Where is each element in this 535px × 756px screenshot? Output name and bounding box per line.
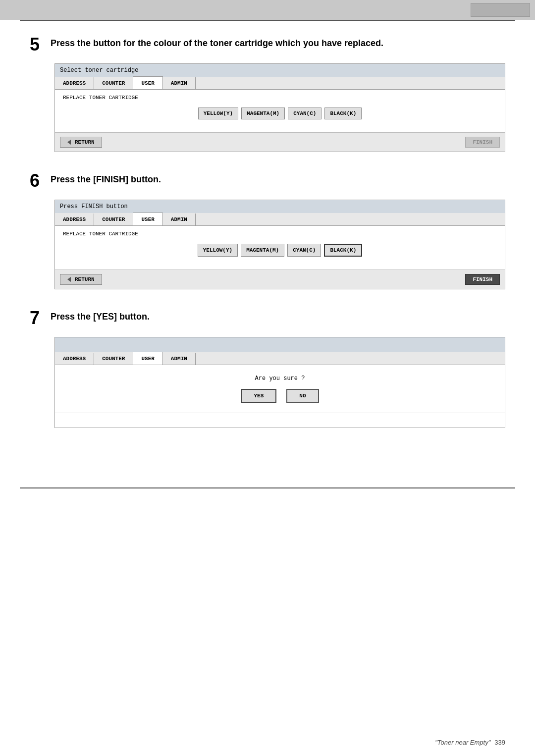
step-7-yes-btn[interactable]: YES bbox=[241, 389, 276, 403]
step-5-nav-counter[interactable]: COUNTER bbox=[94, 77, 133, 89]
step-5-yellow-btn[interactable]: YELLOW(Y) bbox=[198, 108, 238, 119]
step-6-return-btn[interactable]: RETURN bbox=[60, 274, 102, 285]
step-5-header: 5 Press the button for the colour of the… bbox=[30, 36, 505, 54]
step-6-nav-admin[interactable]: ADMIN bbox=[163, 214, 196, 225]
step-7-nav-counter[interactable]: COUNTER bbox=[94, 353, 133, 365]
step-5-subtitle: REPLACE TONER CARTRIDGE bbox=[63, 95, 497, 101]
step-5-return-btn[interactable]: RETURN bbox=[60, 137, 102, 148]
step-7-panel-top bbox=[55, 337, 505, 352]
step-7-no-btn[interactable]: NO bbox=[286, 389, 319, 403]
step-7-confirm-buttons: YES NO bbox=[63, 389, 497, 403]
step-5-return-chevron bbox=[67, 140, 71, 145]
step-6-magenta-btn[interactable]: MAGENTA(M) bbox=[241, 244, 284, 257]
step-5-nav-address[interactable]: ADDRESS bbox=[55, 77, 94, 89]
step-7-confirm-question: Are you sure ? bbox=[63, 375, 497, 382]
top-bar bbox=[0, 0, 535, 20]
page-footer: "Toner near Empty" 339 bbox=[435, 739, 505, 746]
step-5-section: 5 Press the button for the colour of the… bbox=[30, 36, 505, 152]
step-5-nav-user[interactable]: USER bbox=[133, 76, 162, 89]
step-5-panel-body: REPLACE TONER CARTRIDGE YELLOW(Y) MAGENT… bbox=[55, 90, 505, 132]
step-7-panel-nav: ADDRESS COUNTER USER ADMIN bbox=[55, 352, 505, 365]
step-6-number: 6 bbox=[30, 172, 45, 190]
step-7-text: Press the [YES] button. bbox=[51, 309, 150, 323]
step-7-nav-user[interactable]: USER bbox=[133, 352, 162, 365]
step-6-panel: Press FINISH button ADDRESS COUNTER USER… bbox=[54, 200, 505, 289]
step-6-yellow-btn[interactable]: YELLOW(Y) bbox=[198, 244, 238, 257]
step-7-number: 7 bbox=[30, 309, 45, 327]
step-7-panel-bottom bbox=[55, 413, 505, 428]
step-6-panel-body: REPLACE TONER CARTRIDGE YELLOW(Y) MAGENT… bbox=[55, 226, 505, 270]
step-6-return-chevron bbox=[67, 277, 71, 282]
step-5-return-label: RETURN bbox=[75, 139, 95, 145]
step-6-nav-address[interactable]: ADDRESS bbox=[55, 214, 94, 225]
step-7-nav-admin[interactable]: ADMIN bbox=[163, 353, 196, 365]
step-5-finish-btn[interactable]: FINISH bbox=[465, 137, 500, 148]
page-content: 5 Press the button for the colour of the… bbox=[0, 21, 535, 487]
step-6-header: 6 Press the [FINISH] button. bbox=[30, 172, 505, 190]
step-6-panel-nav: ADDRESS COUNTER USER ADMIN bbox=[55, 213, 505, 226]
step-5-panel: Select toner cartridge ADDRESS COUNTER U… bbox=[54, 63, 505, 152]
step-7-header: 7 Press the [YES] button. bbox=[30, 309, 505, 327]
step-5-panel-title: Select toner cartridge bbox=[55, 64, 505, 77]
step-6-return-label: RETURN bbox=[75, 276, 95, 282]
step-5-cyan-btn[interactable]: CYAN(C) bbox=[288, 108, 321, 119]
step-5-panel-footer: RETURN FINISH bbox=[55, 132, 505, 152]
step-5-panel-nav: ADDRESS COUNTER USER ADMIN bbox=[55, 77, 505, 90]
step-6-nav-user[interactable]: USER bbox=[133, 213, 162, 225]
step-5-black-btn[interactable]: BLACK(K) bbox=[324, 108, 362, 119]
step-6-panel-title: Press FINISH button bbox=[55, 200, 505, 213]
step-5-text: Press the button for the colour of the t… bbox=[51, 36, 383, 49]
step-5-nav-admin[interactable]: ADMIN bbox=[163, 77, 196, 89]
step-7-section: 7 Press the [YES] button. ADDRESS COUNTE… bbox=[30, 309, 505, 428]
footer-page-number: 339 bbox=[494, 739, 505, 746]
step-6-cyan-btn[interactable]: CYAN(C) bbox=[287, 244, 321, 257]
step-7-nav-address[interactable]: ADDRESS bbox=[55, 353, 94, 365]
step-6-black-btn[interactable]: BLACK(K) bbox=[324, 244, 362, 257]
step-5-magenta-btn[interactable]: MAGENTA(M) bbox=[241, 108, 285, 119]
bottom-divider bbox=[20, 487, 515, 488]
footer-quote: "Toner near Empty" bbox=[435, 739, 490, 746]
top-bar-button[interactable] bbox=[471, 3, 530, 17]
step-6-nav-counter[interactable]: COUNTER bbox=[94, 214, 133, 225]
step-6-finish-btn[interactable]: FINISH bbox=[465, 274, 500, 285]
step-7-panel: ADDRESS COUNTER USER ADMIN Are you sure … bbox=[54, 337, 505, 428]
step-6-toner-buttons: YELLOW(Y) MAGENTA(M) CYAN(C) BLACK(K) bbox=[63, 244, 497, 257]
step-7-confirm-body: Are you sure ? YES NO bbox=[55, 365, 505, 413]
step-5-toner-buttons: YELLOW(Y) MAGENTA(M) CYAN(C) BLACK(K) bbox=[63, 108, 497, 119]
step-6-section: 6 Press the [FINISH] button. Press FINIS… bbox=[30, 172, 505, 289]
step-6-panel-footer: RETURN FINISH bbox=[55, 270, 505, 289]
step-6-subtitle: REPLACE TONER CARTRIDGE bbox=[63, 231, 497, 237]
step-5-number: 5 bbox=[30, 36, 45, 54]
step-6-text: Press the [FINISH] button. bbox=[51, 172, 161, 185]
